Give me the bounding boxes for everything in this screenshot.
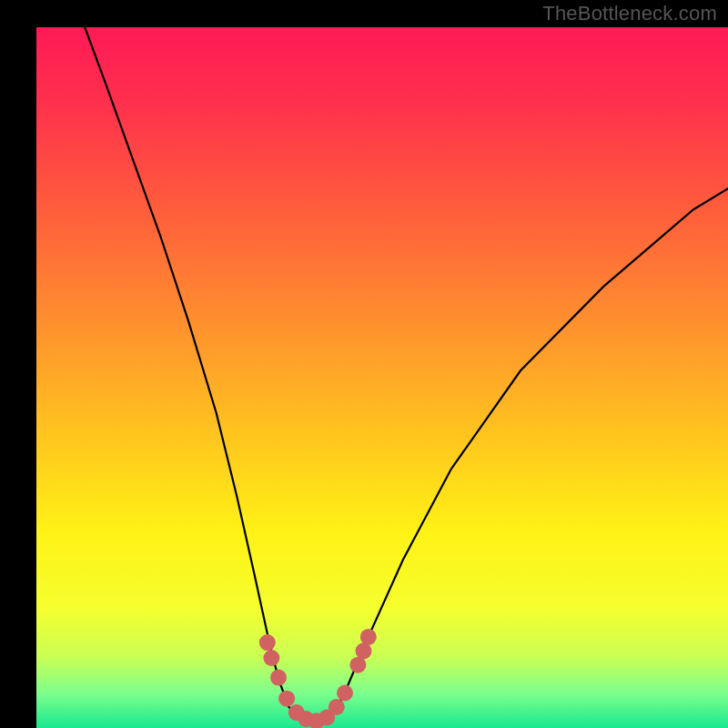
highlight-dot [278, 691, 295, 707]
plot-background [36, 27, 728, 728]
highlight-dot [259, 634, 276, 651]
highlight-dot [356, 642, 372, 659]
highlight-dot [337, 685, 353, 702]
highlight-dot [360, 629, 377, 645]
highlight-dot [270, 670, 287, 686]
highlight-dot [263, 650, 279, 666]
figure-container: TheBottleneck.com [0, 0, 728, 728]
chart-svg [0, 0, 728, 728]
watermark-text: TheBottleneck.com [542, 2, 717, 25]
highlight-dot [329, 699, 345, 715]
highlight-dot [349, 657, 366, 673]
